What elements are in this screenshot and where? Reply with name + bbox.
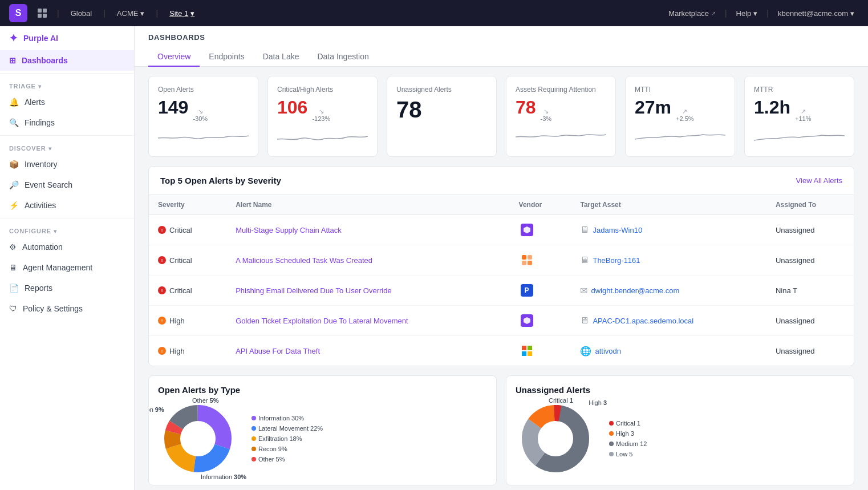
asset-link-3[interactable]: dwight.bender@acme.com <box>591 286 679 295</box>
sidebar-section-configure: CONFIGURE ▾ <box>0 221 134 237</box>
cell-alert-name-2: A Malicious Scheduled Task Was Created <box>226 245 509 276</box>
sidebar-item-event-search[interactable]: 🔎 Event Search <box>0 175 134 195</box>
cell-alert-name-4: Golden Ticket Exploitation Due To Latera… <box>226 306 509 336</box>
metric-card-mttr: MTTR 1.2h ↗ +11% <box>744 76 854 157</box>
metric-value-open-alerts: 149 <box>158 98 188 116</box>
sidebar-item-automation[interactable]: ⚙ Automation <box>0 237 134 257</box>
metric-label-critical-high: Critical/High Alerts <box>277 86 368 94</box>
metric-label-assets: Assets Requiring Attention <box>516 86 606 94</box>
metric-value-row-critical-high: 106 ↘ -123% <box>277 98 368 122</box>
legend-low-unassigned: Low 5 <box>609 451 647 457</box>
sidebar-item-alerts[interactable]: 🔔 Alerts <box>0 92 134 112</box>
dashboard-title: DASHBOARDS <box>148 33 854 42</box>
computer-icon-2: 🖥 <box>580 255 589 265</box>
metric-label-mtti: MTTI <box>635 86 725 94</box>
alerts-icon: 🔔 <box>9 98 19 107</box>
table-row: ! Critical Multi-Stage Supply Chain Atta… <box>149 215 854 245</box>
reports-icon: 📄 <box>9 284 19 293</box>
svg-rect-2 <box>38 14 42 18</box>
alert-link-5[interactable]: API Abuse For Data Theft <box>236 347 320 355</box>
cell-alert-name-5: API Abuse For Data Theft <box>226 336 509 366</box>
label-critical-unassigned: Critical 1 <box>549 397 573 404</box>
tab-data-lake[interactable]: Data Lake <box>254 47 309 67</box>
cell-asset-3: ✉ dwight.bender@acme.com <box>571 276 766 306</box>
metric-value-row-open-alerts: 149 ↘ -30% <box>158 98 249 122</box>
metric-value-row-assets: 78 ↘ -3% <box>516 98 606 122</box>
legend-lateral: Lateral Movement 22% <box>252 425 323 432</box>
tab-overview[interactable]: Overview <box>148 47 200 67</box>
help-link[interactable]: Help ▾ <box>732 7 762 20</box>
sidebar-item-dashboards[interactable]: ⊞ Dashboards <box>0 50 134 71</box>
tab-data-ingestion[interactable]: Data Ingestion <box>308 47 378 67</box>
svg-rect-0 <box>38 9 42 13</box>
asset-link-1[interactable]: Jadams-Win10 <box>593 226 642 234</box>
metric-arrow-assets: ↘ <box>543 108 549 115</box>
alert-link-1[interactable]: Multi-Stage Supply Chain Attack <box>236 226 342 234</box>
findings-icon: 🔍 <box>9 118 19 127</box>
metric-card-critical-high: Critical/High Alerts 106 ↘ -123% <box>267 76 378 157</box>
legend-other: Other 5% <box>252 456 323 463</box>
cell-asset-1: 🖥 Jadams-Win10 <box>571 215 766 245</box>
cell-severity-1: ! Critical <box>149 215 226 245</box>
top5-header: Top 5 Open Alerts by Severity View All A… <box>149 167 854 195</box>
global-link[interactable]: Global <box>66 7 97 20</box>
activities-icon: ⚡ <box>9 201 19 210</box>
cell-severity-5: ! High <box>149 336 226 366</box>
configure-chevron-icon: ▾ <box>54 228 57 234</box>
metric-value-critical-high: 106 <box>277 98 307 116</box>
asset-link-4[interactable]: APAC-DC1.apac.sedemo.local <box>593 317 693 325</box>
metric-card-assets: Assets Requiring Attention 78 ↘ -3% <box>506 76 616 157</box>
globe-icon: 🌐 <box>580 346 591 357</box>
metric-value-mttr: 1.2h <box>754 98 790 116</box>
sidebar-item-inventory[interactable]: 📦 Inventory <box>0 154 134 175</box>
chart-unassigned-alerts: Unassigned Alerts Critical 1 <box>506 375 854 485</box>
metric-pct-mttr: +11% <box>795 115 811 122</box>
sidebar-divider-1 <box>0 73 134 74</box>
sparkline-mtti <box>635 127 725 147</box>
cell-assigned-4: Unassigned <box>766 306 854 336</box>
severity-badge-2: ! Critical <box>158 256 217 265</box>
cell-vendor-5 <box>510 336 571 366</box>
asset-link-2[interactable]: TheBorg-1161 <box>593 256 640 265</box>
col-target-asset: Target Asset <box>571 195 766 215</box>
sidebar-item-agent-management[interactable]: 🖥 Agent Management <box>0 257 134 278</box>
cell-asset-5: 🌐 attivodn <box>571 336 766 366</box>
purple-ai-icon: ✦ <box>9 32 18 44</box>
acme-link[interactable]: ACME ▾ <box>112 7 149 20</box>
sidebar-item-purple-ai[interactable]: ✦ Purple AI <box>0 26 134 50</box>
cell-alert-name-3: Phishing Email Delivered Due To User Ove… <box>226 276 509 306</box>
metric-card-unassigned: Unassigned Alerts 78 <box>387 76 497 157</box>
metric-value-unassigned: 78 <box>396 98 422 121</box>
cell-assigned-3: Nina T <box>766 276 854 306</box>
svg-rect-6 <box>522 261 526 265</box>
computer-icon: 🖥 <box>580 225 589 235</box>
alert-link-3[interactable]: Phishing Email Delivered Due To User Ove… <box>236 286 392 295</box>
sidebar-item-activities[interactable]: ⚡ Activities <box>0 195 134 216</box>
asset-cell-4: 🖥 APAC-DC1.apac.sedemo.local <box>580 315 757 326</box>
sidebar-item-reports[interactable]: 📄 Reports <box>0 278 134 298</box>
stacked-squares-icon <box>34 5 50 21</box>
user-menu[interactable]: kbennett@acme.com ▾ <box>773 7 859 20</box>
asset-link-5[interactable]: attivodn <box>595 347 621 355</box>
critical-dot-icon-3: ! <box>158 286 166 294</box>
sidebar-item-findings[interactable]: 🔍 Findings <box>0 112 134 133</box>
sidebar-item-policy-settings[interactable]: 🛡 Policy & Settings <box>0 298 134 319</box>
critical-dot-icon-2: ! <box>158 256 166 264</box>
external-link-icon: ↗ <box>711 10 716 17</box>
sparkline-critical-high <box>277 127 368 147</box>
sidebar-section-discover: DISCOVER ▾ <box>0 138 134 154</box>
proofpoint-icon: P <box>521 284 533 297</box>
view-all-alerts-link[interactable]: View All Alerts <box>796 176 842 185</box>
marketplace-link[interactable]: Marketplace ↗ <box>664 7 720 20</box>
alert-link-4[interactable]: Golden Ticket Exploitation Due To Latera… <box>236 317 408 325</box>
metric-value-assets: 78 <box>516 98 536 116</box>
sidebar-section-triage: TRIAGE ▾ <box>0 76 134 92</box>
site-link[interactable]: Site 1 ▾ <box>165 7 199 20</box>
app-logo[interactable]: S <box>9 4 27 22</box>
tab-endpoints[interactable]: Endpoints <box>200 47 253 67</box>
svg-rect-5 <box>528 255 532 260</box>
cell-assigned-5: Unassigned <box>766 336 854 366</box>
main-content: DASHBOARDS Overview Endpoints Data Lake … <box>135 26 868 490</box>
svg-rect-7 <box>528 261 532 265</box>
alert-link-2[interactable]: A Malicious Scheduled Task Was Created <box>236 256 372 265</box>
